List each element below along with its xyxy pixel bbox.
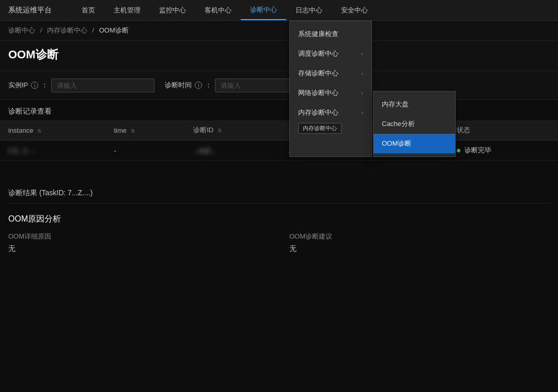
instance-filter: 实例IP i ： — [8, 79, 154, 92]
col-instance[interactable]: instance ⇅ — [0, 120, 106, 140]
oom-suggestion-col: OOM诊断建议 无 — [289, 232, 550, 254]
breadcrumb-item-1[interactable]: 内存诊断中心 — [47, 26, 87, 34]
cell-instance: 1 2. .1 ... — [0, 140, 106, 161]
table-row: 1 2. .1 ... - ...cnZ... 2022-09-22 14:59… — [0, 140, 558, 161]
dropdown-sub-memory-dashboard[interactable]: 内存大盘 — [374, 95, 455, 114]
oom-cols: OOM详细原因 无 OOM诊断建议 无 — [8, 232, 550, 254]
nav-items: 首页 主机管理 监控中心 客机中心 诊断中心 日志中心 安全中心 — [72, 0, 377, 20]
dropdown-item-health[interactable]: 系统健康检查 — [290, 24, 371, 44]
nav-security[interactable]: 安全中心 — [332, 0, 377, 20]
sort-icon-instance[interactable]: ⇅ — [37, 128, 41, 134]
memory-tooltip-tag: 内存诊断中心 — [298, 123, 342, 134]
diag-records-title: 诊断记录查看 — [0, 100, 558, 120]
dropdown-secondary: 内存大盘 Cache分析 OOM诊断 — [373, 91, 456, 157]
cell-diagid: ...cnZ... — [185, 140, 280, 161]
col-diagid[interactable]: 诊断ID ⇅ — [185, 120, 280, 140]
instance-input[interactable] — [51, 79, 154, 92]
cell-time: - — [106, 140, 185, 161]
result-section: 诊断结果 (TaskID: 7...Z....) OOM原因分析 OOM详细原因… — [0, 181, 558, 269]
dropdown-item-memory[interactable]: 内存诊断中心 › 内存诊断中心 — [290, 103, 371, 122]
arrow-icon-schedule: › — [361, 51, 363, 57]
sort-icon-diagid[interactable]: ⇅ — [218, 128, 222, 133]
dropdown-sub-cache[interactable]: Cache分析 — [374, 114, 455, 134]
oom-detail-value: 无 — [8, 244, 269, 254]
result-title: 诊断结果 (TaskID: 7...Z....) — [8, 181, 550, 203]
instance-info-icon[interactable]: i — [31, 82, 38, 89]
col-time[interactable]: time ⇅ — [106, 120, 185, 140]
arrow-icon-network: › — [361, 90, 363, 96]
nav-log[interactable]: 日志中心 — [286, 0, 332, 20]
app-logo: 系统运维平台 — [8, 6, 52, 15]
page-title-bar: OOM诊断 — [0, 41, 558, 71]
sort-icon-time[interactable]: ⇅ — [131, 128, 135, 134]
breadcrumb: 诊断中心 / 内存诊断中心 / OOM诊断 — [0, 21, 558, 41]
breadcrumb-item-0[interactable]: 诊断中心 — [8, 26, 35, 34]
table-header-row: instance ⇅ time ⇅ 诊断ID ⇅ 创建时间 状态 — [0, 120, 558, 140]
arrow-icon-memory: › — [361, 109, 363, 116]
col-status: 状态 — [448, 120, 558, 140]
nav-monitor[interactable]: 监控中心 — [150, 0, 195, 20]
instance-ip-label: 实例IP — [8, 81, 28, 90]
status-text: 诊断完毕 — [464, 146, 491, 154]
nav-home[interactable]: 首页 — [72, 0, 104, 20]
dropdown-item-network[interactable]: 网络诊断中心 › — [290, 83, 371, 103]
oom-analysis-title: OOM原因分析 — [8, 214, 550, 225]
dropdown-item-storage[interactable]: 存储诊断中心 › — [290, 64, 371, 83]
arrow-icon-storage: › — [361, 70, 363, 76]
colon-sep2: ： — [205, 81, 212, 90]
dropdown-sub-oom[interactable]: OOM诊断 — [374, 134, 455, 153]
oom-suggestion-label: OOM诊断建议 — [289, 232, 550, 241]
nav-guest[interactable]: 客机中心 — [195, 0, 241, 20]
nav-diag[interactable]: 诊断中心 — [241, 0, 286, 20]
breadcrumb-item-2: OOM诊断 — [99, 26, 129, 34]
oom-analysis: OOM原因分析 OOM详细原因 无 OOM诊断建议 无 — [8, 209, 550, 259]
oom-suggestion-value: 无 — [289, 244, 550, 254]
page-title: OOM诊断 — [8, 47, 550, 62]
dropdown-container: 系统健康检查 调度诊断中心 › 存储诊断中心 › 网络诊断中心 › 内存诊断中心… — [289, 21, 456, 157]
filter-row: 实例IP i ： 诊断时间 i ： 查询 — [0, 71, 558, 100]
status-dot-green — [457, 149, 460, 152]
oom-detail-col: OOM详细原因 无 — [8, 232, 269, 254]
top-nav: 系统运维平台 首页 主机管理 监控中心 客机中心 诊断中心 日志中心 安全中心 — [0, 0, 558, 21]
oom-detail-label: OOM详细原因 — [8, 232, 269, 241]
cell-status: 诊断完毕 — [448, 140, 558, 161]
dropdown-primary: 系统健康检查 调度诊断中心 › 存储诊断中心 › 网络诊断中心 › 内存诊断中心… — [289, 21, 372, 157]
diag-records-table: instance ⇅ time ⇅ 诊断ID ⇅ 创建时间 状态 1 2. .1… — [0, 120, 558, 161]
colon-sep: ： — [41, 81, 48, 90]
dropdown-item-schedule[interactable]: 调度诊断中心 › — [290, 44, 371, 64]
diag-time-info-icon[interactable]: i — [195, 82, 202, 89]
nav-host[interactable]: 主机管理 — [104, 0, 150, 20]
diag-time-label: 诊断时间 — [165, 81, 192, 90]
